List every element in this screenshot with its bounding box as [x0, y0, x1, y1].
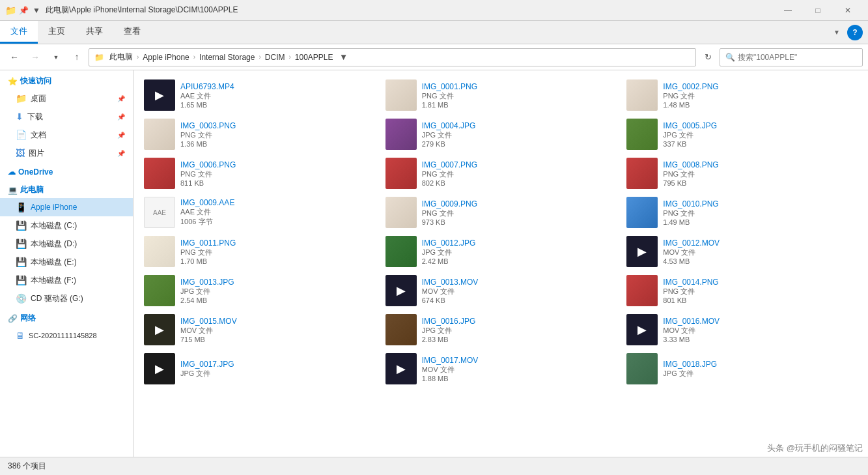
network-header[interactable]: 🔗 网络	[0, 308, 133, 326]
file-info: IMG_0014.PNG PNG 文件 801 KB	[663, 278, 858, 304]
list-item[interactable]: IMG_0003.PNG PNG 文件 1.36 MB	[139, 115, 380, 154]
file-info: IMG_0015.MOV MOV 文件 715 MB	[180, 317, 375, 343]
sidebar-item-drive-c[interactable]: 💾 本地磁盘 (C:)	[0, 216, 133, 235]
list-item[interactable]: ▶ IMG_0017.JPG JPG 文件	[139, 349, 380, 388]
back-button[interactable]: ←	[5, 48, 23, 66]
file-name: IMG_0017.MOV	[422, 356, 617, 365]
drive-d-icon: 💾	[16, 238, 27, 249]
sidebar-item-drive-g[interactable]: 💿 CD 驱动器 (G:)	[0, 289, 133, 308]
address-dropdown-btn[interactable]: ▼	[336, 48, 352, 66]
pin-icon: 📌	[18, 5, 29, 16]
folder-icon: 📁	[5, 5, 16, 16]
pin-icon-desktop: 📌	[117, 95, 125, 102]
file-thumbnail	[626, 197, 658, 228]
file-thumbnail	[626, 79, 658, 111]
sidebar-label-drive-f: 本地磁盘 (F:)	[31, 275, 76, 286]
list-item[interactable]: IMG_0010.PNG PNG 文件 1.49 MB	[621, 193, 863, 232]
sidebar-item-drive-e[interactable]: 💾 本地磁盘 (E:)	[0, 253, 133, 271]
file-size: 795 KB	[663, 179, 858, 187]
this-pc-header[interactable]: 💻 此电脑	[0, 179, 133, 198]
file-thumbnail	[385, 79, 417, 111]
address-box[interactable]: 📁 此电脑 › Apple iPhone › Internal Storage …	[89, 48, 696, 66]
crumb-this-pc[interactable]: 此电脑	[107, 50, 135, 64]
file-type: JPG 文件	[422, 248, 617, 257]
crumb-internal[interactable]: Internal Storage	[197, 51, 257, 63]
help-btn[interactable]: ?	[847, 25, 863, 40]
crumb-sep-4: ›	[288, 53, 290, 61]
sidebar-item-downloads[interactable]: ⬇ 下载 📌	[0, 108, 133, 126]
list-item[interactable]: ▶ IMG_0017.MOV MOV 文件 1.88 MB	[380, 349, 622, 388]
crumb-dcim[interactable]: DCIM	[262, 51, 288, 63]
minimize-button[interactable]: —	[773, 0, 803, 21]
drive-c-icon: 💾	[16, 220, 27, 231]
list-item[interactable]: IMG_0009.PNG PNG 文件 973 KB	[380, 193, 622, 232]
maximize-button[interactable]: □	[803, 0, 833, 21]
tab-share[interactable]: 共享	[76, 21, 113, 44]
list-item[interactable]: ▶ IMG_0016.MOV MOV 文件 3.33 MB	[621, 310, 863, 349]
refresh-button[interactable]: ↻	[699, 48, 717, 66]
file-size: 674 KB	[422, 296, 617, 304]
file-info: IMG_0008.PNG PNG 文件 795 KB	[663, 160, 858, 187]
sidebar-item-iphone[interactable]: 📱 Apple iPhone	[0, 198, 133, 216]
onedrive-header[interactable]: ☁ OneDrive	[0, 162, 133, 179]
file-thumbnail	[144, 119, 175, 150]
list-item[interactable]: IMG_0016.JPG JPG 文件 2.83 MB	[380, 310, 622, 349]
close-button[interactable]: ✕	[833, 0, 863, 21]
tab-file[interactable]: 文件	[0, 21, 38, 44]
file-type: JPG 文件	[422, 326, 617, 336]
list-item[interactable]: IMG_0001.PNG PNG 文件 1.81 MB	[380, 76, 622, 115]
tab-view[interactable]: 查看	[113, 21, 151, 44]
forward-button[interactable]: →	[26, 48, 44, 66]
list-item[interactable]: ▶ IMG_0013.MOV MOV 文件 674 KB	[380, 271, 622, 310]
folder-icon: 📁	[94, 53, 104, 62]
file-type: MOV 文件	[663, 248, 858, 257]
file-size: 811 KB	[180, 179, 375, 187]
file-thumbnail: ▶	[144, 353, 175, 384]
sidebar-item-pictures[interactable]: 🖼 图片 📌	[0, 144, 133, 162]
search-box[interactable]: 🔍	[720, 48, 863, 66]
sidebar-item-sc[interactable]: 🖥 SC-20201111145828	[0, 326, 133, 345]
list-item[interactable]: ▶ APIU6793.MP4 AAE 文件 1.65 MB	[139, 76, 380, 115]
list-item[interactable]: IMG_0013.JPG JPG 文件 2.54 MB	[139, 271, 380, 310]
file-size: 715 MB	[180, 336, 375, 343]
file-size: 1.49 MB	[663, 218, 858, 226]
file-type: PNG 文件	[180, 248, 375, 257]
list-item[interactable]: IMG_0008.PNG PNG 文件 795 KB	[621, 154, 863, 193]
list-item[interactable]: IMG_0005.JPG JPG 文件 337 KB	[621, 115, 863, 154]
file-thumbnail	[385, 236, 417, 267]
file-size: 1.70 MB	[180, 257, 375, 265]
file-name: IMG_0009.AAE	[180, 198, 375, 207]
sidebar-item-drive-d[interactable]: 💾 本地磁盘 (D:)	[0, 235, 133, 253]
recent-locations-button[interactable]: ▼	[47, 48, 65, 66]
list-item[interactable]: IMG_0012.JPG JPG 文件 2.42 MB	[380, 232, 622, 271]
statusbar: 386 个项目	[0, 457, 868, 475]
ribbon-expand-btn[interactable]: ▼	[829, 25, 845, 40]
file-thumbnail	[144, 158, 175, 189]
list-item[interactable]: AAE IMG_0009.AAE AAE 文件 1006 字节	[139, 193, 380, 232]
file-size: 3.33 MB	[663, 336, 858, 343]
file-size: 2.83 MB	[422, 336, 617, 343]
sidebar-item-desktop[interactable]: 📁 桌面 📌	[0, 89, 133, 108]
tab-home[interactable]: 主页	[38, 21, 76, 44]
file-name: IMG_0011.PNG	[180, 238, 375, 248]
crumb-100apple[interactable]: 100APPLE	[292, 51, 336, 63]
list-item[interactable]: IMG_0006.PNG PNG 文件 811 KB	[139, 154, 380, 193]
file-type: PNG 文件	[422, 209, 617, 218]
list-item[interactable]: ▶ IMG_0012.MOV MOV 文件 4.53 MB	[621, 232, 863, 271]
list-item[interactable]: IMG_0018.JPG JPG 文件	[621, 349, 863, 388]
sidebar-item-drive-f[interactable]: 💾 本地磁盘 (F:)	[0, 271, 133, 289]
file-thumbnail: ▶	[385, 275, 417, 306]
list-item[interactable]: IMG_0002.PNG PNG 文件 1.48 MB	[621, 76, 863, 115]
file-name: IMG_0016.MOV	[663, 317, 858, 326]
list-item[interactable]: IMG_0004.JPG JPG 文件 279 KB	[380, 115, 622, 154]
list-item[interactable]: IMG_0011.PNG PNG 文件 1.70 MB	[139, 232, 380, 271]
list-item[interactable]: IMG_0007.PNG PNG 文件 802 KB	[380, 154, 622, 193]
crumb-iphone[interactable]: Apple iPhone	[140, 51, 191, 63]
list-item[interactable]: IMG_0014.PNG PNG 文件 801 KB	[621, 271, 863, 310]
search-input[interactable]	[738, 53, 857, 62]
file-type: MOV 文件	[180, 326, 375, 336]
sidebar-item-documents[interactable]: 📄 文档 📌	[0, 126, 133, 144]
list-item[interactable]: ▶ IMG_0015.MOV MOV 文件 715 MB	[139, 310, 380, 349]
up-button[interactable]: ↑	[68, 48, 86, 66]
computer-icon: 🖥	[16, 330, 25, 341]
